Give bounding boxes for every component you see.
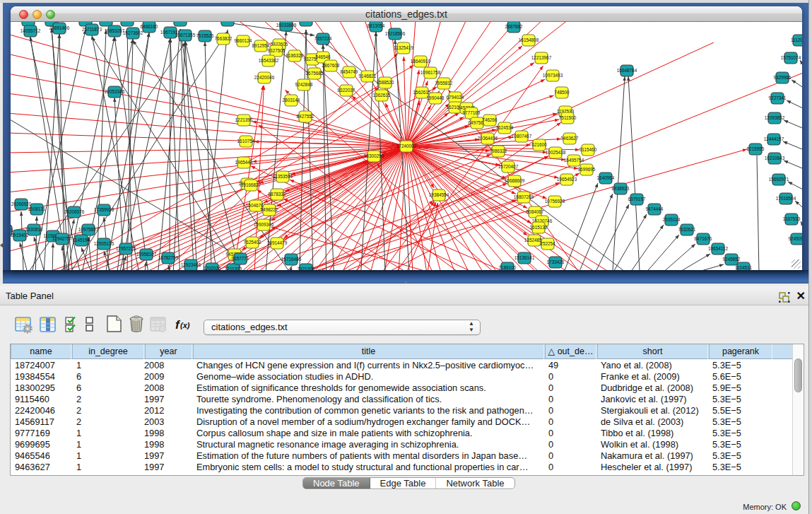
svg-text:3321200: 3321200 (298, 267, 315, 270)
svg-text:11325419: 11325419 (394, 45, 413, 50)
svg-text:16210643: 16210643 (765, 156, 785, 160)
svg-text:8878332: 8878332 (269, 192, 286, 197)
svg-text:1508131: 1508131 (28, 206, 46, 211)
svg-text:8186328: 8186328 (286, 53, 304, 58)
svg-text:7511500: 7511500 (559, 115, 577, 120)
svg-text:1562615: 1562615 (413, 90, 431, 95)
svg-text:15692971: 15692971 (769, 177, 789, 182)
svg-text:9245652: 9245652 (723, 257, 741, 262)
svg-text:16154808: 16154808 (519, 37, 539, 42)
svg-text:10756928: 10756928 (545, 199, 565, 204)
svg-text:17957225: 17957225 (116, 246, 136, 251)
svg-text:25882305: 25882305 (96, 22, 117, 23)
svg-text:26266920: 26266920 (11, 201, 32, 206)
svg-text:16782759: 16782759 (158, 255, 179, 260)
svg-text:1104511: 1104511 (735, 265, 752, 270)
svg-text:2867608: 2867608 (322, 63, 340, 68)
svg-text:10973493: 10973493 (543, 73, 563, 78)
svg-text:746266: 746266 (482, 117, 498, 122)
svg-text:25711873: 25711873 (82, 27, 102, 32)
svg-text:9463627: 9463627 (561, 136, 579, 141)
svg-text:5498222: 5498222 (261, 207, 278, 212)
svg-text:8454749: 8454749 (341, 69, 358, 74)
svg-text:1588520: 1588520 (377, 80, 394, 85)
svg-text:1839221: 1839221 (77, 22, 95, 23)
svg-text:17016504: 17016504 (776, 196, 796, 201)
svg-text:10853287: 10853287 (105, 28, 125, 33)
svg-text:5682115: 5682115 (298, 22, 315, 23)
svg-text:12213967: 12213967 (531, 55, 552, 60)
svg-text:1221396: 1221396 (235, 117, 253, 122)
svg-text:15909346: 15909346 (254, 222, 274, 227)
svg-text:7186100: 7186100 (499, 265, 517, 270)
svg-text:2211333: 2211333 (225, 267, 242, 270)
svg-text:11353594: 11353594 (273, 174, 293, 179)
svg-text:22420046: 22420046 (254, 75, 275, 80)
svg-text:19218506: 19218506 (385, 31, 406, 36)
svg-text:20691406: 20691406 (49, 25, 70, 30)
svg-text:8322037: 8322037 (338, 88, 355, 93)
svg-text:12923466: 12923466 (181, 262, 201, 267)
svg-text:8912954: 8912954 (252, 43, 270, 48)
svg-text:10807467: 10807467 (512, 134, 532, 139)
svg-text:18300295: 18300295 (364, 153, 384, 158)
svg-text:15136141: 15136141 (514, 255, 535, 260)
svg-text:10688609: 10688609 (505, 178, 525, 183)
svg-text:1362615: 1362615 (373, 93, 391, 98)
svg-text:1640954: 1640954 (597, 175, 615, 180)
svg-text:9777169: 9777169 (463, 110, 481, 115)
svg-text:1112000: 1112000 (791, 37, 802, 42)
svg-text:10228452: 10228452 (117, 22, 138, 23)
svg-text:7955812: 7955812 (435, 81, 453, 86)
svg-text:1965444: 1965444 (235, 160, 253, 165)
svg-text:621600: 621600 (531, 142, 547, 147)
svg-text:9657771: 9657771 (232, 256, 249, 261)
svg-text:9217207: 9217207 (172, 22, 189, 23)
svg-text:3624534: 3624534 (496, 125, 514, 130)
svg-text:9699695: 9699695 (578, 167, 596, 172)
svg-text:12093852: 12093852 (765, 115, 785, 120)
svg-text:10654112: 10654112 (708, 246, 728, 251)
svg-text:8215955: 8215955 (747, 146, 765, 151)
svg-text:8489709: 8489709 (219, 22, 237, 23)
svg-text:15716485: 15716485 (281, 257, 302, 262)
svg-text:10958107: 10958107 (136, 252, 157, 257)
svg-text:16543382: 16543382 (259, 58, 279, 63)
svg-text:3915401: 3915401 (11, 233, 29, 238)
svg-text:7663822: 7663822 (215, 36, 233, 41)
svg-text:9227341: 9227341 (769, 95, 787, 100)
svg-text:1733426: 1733426 (547, 259, 565, 264)
svg-text:9146821: 9146821 (359, 74, 377, 78)
svg-text:16914479: 16914479 (267, 240, 288, 245)
svg-text:20053346: 20053346 (105, 89, 125, 94)
svg-text:14055712: 14055712 (20, 28, 41, 33)
svg-text:1145194: 1145194 (73, 238, 90, 243)
svg-text:6794024: 6794024 (447, 95, 464, 100)
svg-text:9860124: 9860124 (235, 38, 252, 43)
svg-text:15720407: 15720407 (498, 164, 519, 169)
svg-text:12505135: 12505135 (94, 241, 114, 246)
svg-text:3675685: 3675685 (306, 71, 324, 76)
svg-text:8938923: 8938923 (612, 186, 630, 191)
svg-text:6466160: 6466160 (141, 24, 158, 29)
svg-text:1330810: 1330810 (25, 227, 43, 232)
svg-text:546546: 546546 (315, 54, 331, 59)
svg-text:1610754: 1610754 (237, 139, 255, 144)
svg-text:9329966: 9329966 (774, 75, 792, 80)
svg-text:7515526: 7515526 (196, 33, 214, 38)
svg-text:17240007: 17240007 (396, 144, 417, 148)
svg-text:2887682: 2887682 (505, 24, 523, 29)
svg-text:16648784: 16648784 (617, 68, 637, 73)
svg-text:12942757: 12942757 (52, 236, 73, 241)
svg-text:1990448: 1990448 (427, 95, 445, 100)
svg-text:1167533: 1167533 (783, 216, 801, 221)
svg-text:7625402: 7625402 (244, 240, 261, 245)
svg-text:9084067: 9084067 (526, 209, 544, 214)
svg-text:1202020: 1202020 (204, 266, 221, 270)
svg-text:(x): (x) (180, 321, 190, 329)
svg-text:19166827: 19166827 (241, 182, 261, 187)
svg-text:12444157: 12444157 (764, 136, 784, 141)
svg-text:7632621: 7632621 (678, 227, 696, 232)
svg-text:8427552: 8427552 (297, 114, 314, 119)
svg-text:2803144: 2803144 (283, 98, 300, 103)
